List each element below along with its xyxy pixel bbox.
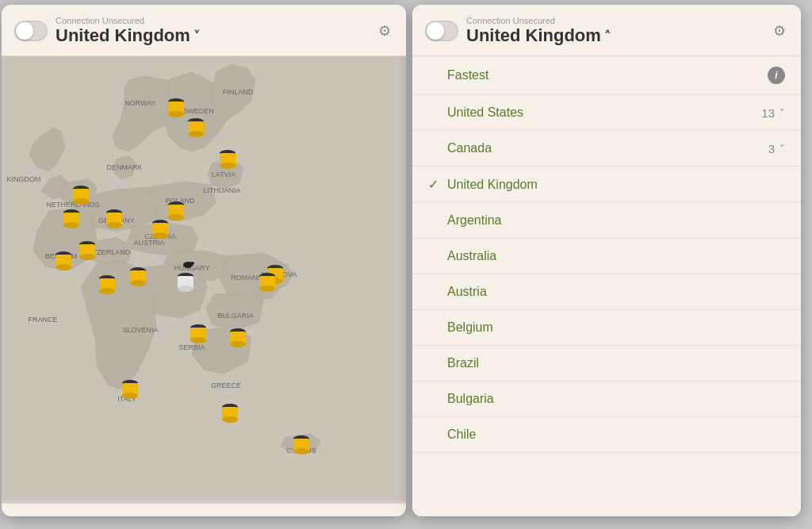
toggle-knob-left: [16, 22, 33, 40]
uk-label: United Kingdom: [447, 178, 785, 192]
canada-count: 3: [768, 142, 775, 155]
right-header-text: Connection Unsecured United Kingdom ˄: [466, 16, 763, 46]
svg-point-29: [152, 232, 168, 239]
pin-netherlands[interactable]: [73, 186, 89, 205]
label-kingdom: KINGDOM: [6, 175, 40, 183]
label-greece: GREECE: [211, 381, 241, 389]
location-name-left[interactable]: United Kingdom ˅: [56, 25, 368, 46]
location-name-right[interactable]: United Kingdom ˄: [466, 25, 763, 46]
label-finland: FINLAND: [223, 88, 254, 96]
svg-point-49: [190, 337, 206, 343]
connection-status-right: Connection Unsecured: [466, 16, 763, 25]
pin-romania[interactable]: [259, 273, 275, 292]
list-item-austria[interactable]: Austria: [412, 274, 801, 310]
pin-norway[interactable]: [168, 98, 184, 117]
label-romania: ROMANIA: [231, 274, 264, 282]
dropdown-arrow-left: ˅: [193, 29, 200, 44]
label-netherlands: NETHERLANDS: [46, 201, 99, 209]
pin-austria[interactable]: [130, 267, 146, 286]
label-bulgaria: BULGARIA: [217, 312, 254, 320]
svg-point-58: [222, 416, 238, 423]
country-list[interactable]: Fastest i United States 13 ˅ Canada 3 ˅ …: [412, 56, 801, 516]
belgium-label: Belgium: [447, 320, 785, 335]
austria-label: Austria: [447, 285, 785, 299]
left-header: Connection Unsecured United Kingdom ˅ ⚙: [2, 5, 406, 56]
vpn-toggle-left[interactable]: [14, 21, 48, 41]
list-item-brazil[interactable]: Brazil: [412, 346, 801, 381]
list-item-bulgaria[interactable]: Bulgaria: [412, 381, 801, 417]
us-count: 13: [761, 106, 775, 120]
pin-belgium2[interactable]: [56, 251, 71, 270]
pin-latvia[interactable]: [220, 150, 236, 169]
pin-germany[interactable]: [106, 209, 122, 228]
svg-point-17: [106, 222, 122, 228]
svg-point-61: [293, 448, 309, 454]
map-area: NORWAY SWEDEN FINLAND DENMARK LATVIA LIT…: [2, 56, 406, 504]
list-item-united-states[interactable]: United States 13 ˅: [412, 95, 801, 131]
bulgaria-label: Bulgaria: [447, 392, 785, 406]
pin-bulgaria[interactable]: [230, 328, 246, 347]
list-item-belgium[interactable]: Belgium: [412, 310, 801, 346]
uk-checkmark: ✓: [428, 177, 441, 192]
svg-point-2: [168, 111, 184, 117]
right-panel: Connection Unsecured United Kingdom ˄ ⚙ …: [412, 5, 801, 516]
svg-point-20: [56, 264, 71, 270]
argentina-label: Argentina: [447, 213, 785, 228]
us-expand-arrow[interactable]: ˅: [779, 107, 785, 119]
svg-point-46: [259, 286, 275, 292]
brazil-label: Brazil: [447, 356, 785, 370]
svg-point-52: [122, 393, 138, 399]
label-slovenia: SLOVENIA: [122, 326, 158, 334]
label-france: FRANCE: [28, 316, 57, 324]
svg-point-14: [63, 222, 79, 228]
label-austria: AUSTRIA: [133, 239, 164, 247]
label-norway: NORWAY: [124, 99, 155, 107]
left-header-text: Connection Unsecured United Kingdom ˅: [56, 16, 368, 46]
svg-point-40: [190, 262, 194, 265]
settings-icon-left[interactable]: ⚙: [376, 22, 393, 40]
svg-point-32: [99, 288, 115, 294]
list-item-australia[interactable]: Australia: [412, 239, 801, 274]
list-item-argentina[interactable]: Argentina: [412, 203, 801, 239]
pin-cyprus[interactable]: [293, 435, 309, 454]
list-item-chile[interactable]: Chile: [412, 417, 801, 453]
pin-czechia[interactable]: [152, 220, 168, 239]
pin-poland[interactable]: [168, 201, 184, 220]
pin-italy[interactable]: [122, 380, 138, 399]
pin-greece[interactable]: [222, 404, 238, 423]
label-denmark: DENMARK: [106, 163, 142, 171]
svg-point-26: [168, 214, 184, 220]
info-icon-fastest[interactable]: i: [768, 67, 785, 84]
settings-icon-right[interactable]: ⚙: [771, 22, 788, 40]
svg-point-5: [188, 131, 204, 137]
right-header: Connection Unsecured United Kingdom ˄ ⚙: [412, 5, 801, 56]
pin-serbia[interactable]: [190, 324, 206, 343]
chile-label: Chile: [447, 427, 785, 442]
pin-switzerland[interactable]: [99, 275, 115, 294]
connection-status-left: Connection Unsecured: [56, 16, 368, 25]
svg-point-8: [220, 163, 236, 169]
vpn-toggle-right[interactable]: [425, 21, 458, 41]
left-panel: Connection Unsecured United Kingdom ˅ ⚙: [2, 5, 406, 516]
fastest-label: Fastest: [447, 68, 768, 82]
canada-expand-arrow[interactable]: ˅: [779, 143, 785, 155]
svg-point-55: [230, 341, 246, 347]
toggle-knob-right: [427, 22, 444, 40]
list-item-canada[interactable]: Canada 3 ˅: [412, 131, 801, 167]
label-lithuania: LITHUANIA: [203, 186, 240, 194]
australia-label: Australia: [447, 249, 785, 263]
label-latvia: LATVIA: [212, 171, 236, 178]
list-item-united-kingdom[interactable]: ✓ United Kingdom: [412, 167, 801, 203]
dropdown-arrow-right: ˄: [604, 29, 611, 44]
label-sweden: SWEDEN: [182, 107, 214, 115]
pin-sweden[interactable]: [188, 118, 204, 137]
label-serbia: SERBIA: [178, 343, 205, 351]
svg-point-38: [178, 286, 193, 292]
list-item-fastest[interactable]: Fastest i: [412, 56, 801, 95]
svg-point-35: [130, 280, 146, 286]
pin-belgium[interactable]: [63, 209, 79, 228]
map-svg: NORWAY SWEDEN FINLAND DENMARK LATVIA LIT…: [2, 56, 406, 500]
svg-point-11: [73, 198, 89, 205]
pin-france[interactable]: [79, 241, 95, 260]
app-container: Connection Unsecured United Kingdom ˅ ⚙: [2, 5, 810, 524]
